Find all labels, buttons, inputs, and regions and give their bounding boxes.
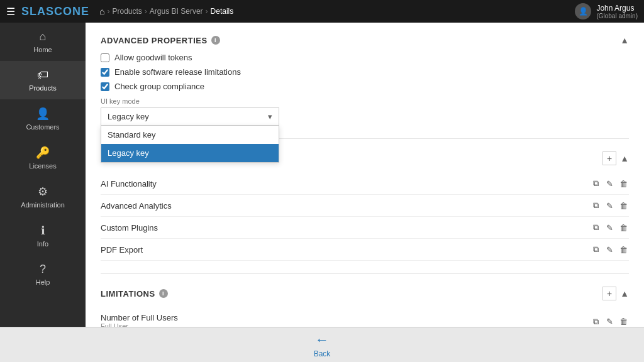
user-info: 👤 John Argus (Global admin) bbox=[575, 3, 638, 19]
limitations-divider bbox=[101, 273, 629, 274]
info-icon: ℹ bbox=[41, 224, 45, 238]
edit-icon[interactable]: ✎ bbox=[604, 316, 615, 327]
sidebar: ⌂ Home 🏷 Products 👤 Customers 🔑 Licenses… bbox=[0, 23, 86, 327]
delete-icon[interactable]: 🗑 bbox=[618, 244, 629, 255]
limitation-row: Number of Full Users Full User ⧉ ✎ 🗑 bbox=[101, 308, 629, 327]
delete-icon[interactable]: 🗑 bbox=[618, 222, 629, 233]
ui-key-mode-dropdown-menu: Standard key Legacy key bbox=[101, 126, 279, 163]
copy-icon[interactable]: ⧉ bbox=[590, 316, 601, 327]
limitation-info: Number of Full Users Full User bbox=[101, 313, 178, 327]
advanced-properties-info-icon[interactable]: i bbox=[211, 36, 220, 45]
feature-row: AI Functionality ⧉ ✎ 🗑 bbox=[101, 173, 629, 195]
features-collapse-button[interactable]: ▲ bbox=[620, 153, 629, 163]
limitation-actions: ⧉ ✎ 🗑 bbox=[590, 316, 629, 327]
feature-row: Advanced Analytics ⧉ ✎ 🗑 bbox=[101, 195, 629, 217]
app-logo: SLASCONE bbox=[21, 5, 89, 18]
customers-icon: 👤 bbox=[36, 107, 50, 121]
advanced-properties-section: ADVANCED PROPERTIES i ▲ Allow goodwill t… bbox=[101, 35, 629, 126]
limitations-collapse-button[interactable]: ▲ bbox=[620, 288, 629, 299]
advanced-properties-collapse-button[interactable]: ▲ bbox=[620, 35, 629, 45]
release-label: Enable software release limitations bbox=[114, 67, 241, 77]
back-arrow-icon: ← bbox=[315, 332, 329, 348]
chevron-down-icon: ▾ bbox=[268, 112, 272, 121]
release-checkbox[interactable] bbox=[101, 68, 109, 77]
sidebar-item-label: Administration bbox=[21, 201, 65, 209]
hamburger-icon[interactable]: ☰ bbox=[6, 6, 15, 18]
feature-actions: ⧉ ✎ 🗑 bbox=[590, 244, 629, 255]
features-controls: + ▲ bbox=[602, 151, 629, 165]
feature-name: AI Functionality bbox=[101, 179, 157, 189]
ui-key-mode-label: UI key mode bbox=[101, 97, 629, 105]
goodwill-checkbox[interactable] bbox=[101, 53, 109, 62]
main-layout: ⌂ Home 🏷 Products 👤 Customers 🔑 Licenses… bbox=[0, 23, 644, 327]
edit-icon[interactable]: ✎ bbox=[604, 178, 615, 189]
licenses-icon: 🔑 bbox=[36, 146, 50, 160]
feature-name: PDF Export bbox=[101, 245, 143, 255]
breadcrumb-argus[interactable]: Argus BI Server bbox=[150, 7, 203, 16]
copy-icon[interactable]: ⧉ bbox=[590, 244, 601, 255]
back-label: Back bbox=[314, 349, 331, 358]
limitations-controls: + ▲ bbox=[602, 287, 629, 300]
sidebar-item-products[interactable]: 🏷 Products bbox=[0, 61, 86, 99]
navbar: ☰ SLASCONE ⌂ › Products › Argus BI Serve… bbox=[0, 0, 644, 23]
main-content: ADVANCED PROPERTIES i ▲ Allow goodwill t… bbox=[86, 23, 644, 327]
features-add-button[interactable]: + bbox=[602, 151, 616, 165]
sidebar-item-administration[interactable]: ⚙ Administration bbox=[0, 177, 86, 216]
avatar: 👤 bbox=[575, 3, 591, 19]
limitation-name: Number of Full Users bbox=[101, 313, 178, 322]
edit-icon[interactable]: ✎ bbox=[604, 200, 615, 211]
goodwill-label: Allow goodwill tokens bbox=[114, 53, 192, 62]
limitations-add-button[interactable]: + bbox=[602, 287, 616, 300]
help-icon: ? bbox=[40, 263, 46, 276]
user-details: John Argus (Global admin) bbox=[596, 4, 638, 19]
sidebar-item-label: Customers bbox=[26, 123, 59, 131]
feature-actions: ⧉ ✎ 🗑 bbox=[590, 200, 629, 211]
copy-icon[interactable]: ⧉ bbox=[590, 200, 601, 211]
sidebar-item-label: Products bbox=[29, 84, 56, 92]
compliance-checkbox[interactable] bbox=[101, 82, 109, 91]
edit-icon[interactable]: ✎ bbox=[604, 222, 615, 233]
limitations-info-icon[interactable]: i bbox=[159, 289, 168, 298]
dropdown-selected-value: Legacy key bbox=[108, 112, 149, 121]
sidebar-item-label: Info bbox=[37, 240, 48, 248]
administration-icon: ⚙ bbox=[38, 185, 48, 199]
user-role: (Global admin) bbox=[596, 13, 638, 19]
checkbox-release-row: Enable software release limitations bbox=[101, 67, 629, 77]
checkbox-goodwill-row: Allow goodwill tokens bbox=[101, 53, 629, 62]
bottom-bar: ← Back bbox=[0, 327, 644, 362]
feature-actions: ⧉ ✎ 🗑 bbox=[590, 222, 629, 233]
sidebar-item-licenses[interactable]: 🔑 Licenses bbox=[0, 138, 86, 177]
feature-name: Advanced Analytics bbox=[101, 201, 172, 211]
ui-key-mode-dropdown-container: Legacy key ▾ Standard key Legacy key bbox=[101, 107, 279, 126]
limitations-section: LIMITATIONS i + ▲ Number of Full Users F… bbox=[101, 287, 629, 327]
back-button[interactable]: ← Back bbox=[314, 332, 331, 358]
delete-icon[interactable]: 🗑 bbox=[618, 200, 629, 211]
sidebar-item-label: Home bbox=[33, 46, 52, 53]
checkbox-compliance-row: Check group compliance bbox=[101, 82, 629, 91]
sidebar-item-customers[interactable]: 👤 Customers bbox=[0, 99, 86, 138]
limitations-title: LIMITATIONS i bbox=[101, 289, 168, 299]
products-icon: 🏷 bbox=[37, 69, 48, 82]
sidebar-item-info[interactable]: ℹ Info bbox=[0, 216, 86, 255]
delete-icon[interactable]: 🗑 bbox=[618, 178, 629, 189]
feature-actions: ⧉ ✎ 🗑 bbox=[590, 178, 629, 189]
limitations-header: LIMITATIONS i + ▲ bbox=[101, 287, 629, 300]
copy-icon[interactable]: ⧉ bbox=[590, 222, 601, 233]
sidebar-item-label: Help bbox=[36, 278, 50, 286]
ui-key-mode-select[interactable]: Legacy key ▾ bbox=[101, 107, 279, 126]
home-breadcrumb-icon[interactable]: ⌂ bbox=[99, 6, 104, 16]
features-section: FEATURES i + ▲ AI Functionality ⧉ ✎ 🗑 Ad… bbox=[101, 151, 629, 261]
home-icon: ⌂ bbox=[40, 30, 47, 43]
feature-row: PDF Export ⧉ ✎ 🗑 bbox=[101, 239, 629, 261]
breadcrumb-products[interactable]: Products bbox=[113, 7, 142, 16]
dropdown-option-legacy[interactable]: Legacy key bbox=[101, 144, 279, 162]
sidebar-item-help[interactable]: ? Help bbox=[0, 255, 86, 293]
edit-icon[interactable]: ✎ bbox=[604, 244, 615, 255]
feature-name: Custom Plugins bbox=[101, 223, 158, 233]
delete-icon[interactable]: 🗑 bbox=[618, 316, 629, 327]
dropdown-option-standard[interactable]: Standard key bbox=[101, 126, 279, 144]
copy-icon[interactable]: ⧉ bbox=[590, 178, 601, 189]
sidebar-item-home[interactable]: ⌂ Home bbox=[0, 23, 86, 61]
sidebar-item-label: Licenses bbox=[29, 162, 56, 170]
feature-row: Custom Plugins ⧉ ✎ 🗑 bbox=[101, 217, 629, 239]
